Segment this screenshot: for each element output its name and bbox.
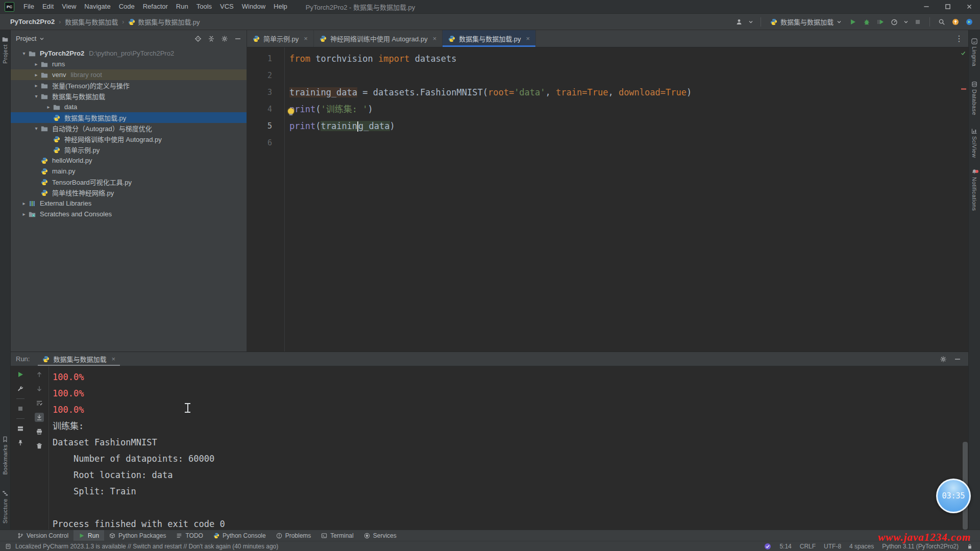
tree-item[interactable]: ▸Scratches and Consoles — [11, 209, 247, 219]
tab-close-icon[interactable]: × — [526, 35, 530, 42]
hide-panel-icon[interactable] — [234, 35, 241, 42]
run-config-selector[interactable]: 数据集与数据加载 — [768, 16, 844, 28]
toolwindow-button-services[interactable]: Services — [359, 530, 402, 541]
status-message[interactable]: Localized PyCharm 2023.1.3 is available … — [15, 543, 278, 550]
stripe-bookmarks-button[interactable]: Bookmarks — [0, 436, 10, 475]
editor-body[interactable]: 123456 from torchvision import datasetst… — [247, 47, 968, 352]
editor-gutter: 123456 — [247, 47, 285, 352]
hide-panel-icon[interactable] — [954, 356, 961, 363]
tree-item[interactable]: 神经网络训练中使用 Autograd.py — [11, 134, 247, 144]
tree-item[interactable]: ▸runs — [11, 59, 247, 69]
intention-bulb-icon[interactable] — [288, 108, 294, 114]
maximize-icon[interactable] — [937, 0, 959, 13]
toolwindow-button-python-console[interactable]: Python Console — [208, 530, 271, 541]
run-with-coverage-button[interactable] — [876, 17, 885, 27]
lock-icon[interactable] — [967, 543, 973, 549]
code-with-me-icon[interactable] — [764, 543, 771, 550]
tree-item[interactable]: TensorBoard可视化工具.py — [11, 177, 247, 187]
status-widget[interactable]: 4 spaces — [849, 543, 874, 550]
tree-item[interactable]: 数据集与数据加载.py — [11, 112, 247, 123]
minimize-icon[interactable] — [916, 0, 937, 13]
console-output[interactable]: 100.0%100.0%100.0%训练集: Dataset FashionMN… — [49, 366, 968, 530]
menu-file[interactable]: File — [19, 0, 38, 13]
code-area[interactable]: from torchvision import datasetstraining… — [285, 47, 968, 352]
soft-wrap-icon[interactable] — [35, 398, 44, 408]
stripe-notifications-button[interactable]: Notifications — [969, 169, 980, 211]
restore-layout-icon[interactable] — [16, 424, 25, 433]
menu-navigate[interactable]: Navigate — [80, 0, 114, 13]
run-button[interactable] — [848, 17, 857, 27]
menu-vcs[interactable]: VCS — [216, 0, 238, 13]
rerun-button[interactable] — [16, 370, 25, 379]
pin-tab-icon[interactable] — [16, 438, 25, 447]
more-tabs-icon[interactable]: ⋮ — [950, 30, 968, 47]
toolwindow-button-version-control[interactable]: Version Control — [12, 530, 74, 541]
tree-item[interactable]: ▸venvlibrary root — [11, 69, 247, 80]
menu-run[interactable]: Run — [172, 0, 192, 13]
tab-close-icon[interactable]: × — [111, 355, 115, 363]
toolwindow-button-problems[interactable]: Problems — [271, 530, 316, 541]
tree-item[interactable]: ▾自动微分（Autograd）与梯度优化 — [11, 123, 247, 134]
tree-item[interactable]: ▸张量(Tensor)的定义与操作 — [11, 80, 247, 91]
toolwindow-button-todo[interactable]: TODO — [171, 530, 208, 541]
status-widget[interactable]: UTF-8 — [824, 543, 841, 550]
menu-refactor[interactable]: Refactor — [139, 0, 172, 13]
stripe-sciview-button[interactable]: SciView — [969, 128, 980, 158]
tree-item[interactable]: ▾PyTorch2Pro2D:\python_pro\PyTorch2Pro2 — [11, 48, 247, 59]
run-toolbar-right — [30, 366, 49, 530]
menu-code[interactable]: Code — [115, 0, 139, 13]
stop-button — [913, 17, 922, 27]
toolwindow-button-python-packages[interactable]: Python Packages — [104, 530, 171, 541]
collapse-all-icon[interactable] — [208, 35, 215, 42]
tree-item[interactable]: ▸External Libraries — [11, 198, 247, 209]
tree-item[interactable]: ▸data — [11, 102, 247, 112]
scroll-to-end-icon[interactable] — [35, 413, 44, 422]
search-everywhere-icon[interactable] — [937, 17, 946, 27]
menu-help[interactable]: Help — [270, 0, 291, 13]
close-icon[interactable] — [959, 0, 980, 13]
user-icon[interactable] — [734, 17, 744, 27]
toolwindow-button-run[interactable]: Run — [74, 530, 104, 541]
stripe-structure-button[interactable]: Structure — [0, 490, 10, 523]
menu-tools[interactable]: Tools — [192, 0, 216, 13]
stripe-database-button[interactable]: Database — [969, 81, 980, 115]
toolwindow-button-terminal[interactable]: Terminal — [316, 530, 358, 541]
menu-window[interactable]: Window — [238, 0, 270, 13]
event-log-icon[interactable] — [5, 543, 11, 549]
status-widget[interactable]: CRLF — [800, 543, 816, 550]
breadcrumb-item[interactable]: 数据集与数据加载 — [65, 17, 118, 27]
stripe-lingma-button[interactable]: Lingma — [969, 38, 980, 66]
gear-icon[interactable] — [940, 356, 947, 363]
menu-view[interactable]: View — [58, 0, 80, 13]
chevron-down-icon[interactable] — [39, 36, 44, 41]
gear-icon[interactable] — [221, 35, 228, 42]
tab-close-icon[interactable]: × — [433, 35, 437, 42]
editor-tab[interactable]: 简单示例.py× — [247, 30, 314, 47]
menu-edit[interactable]: Edit — [38, 0, 58, 13]
run-settings-icon[interactable] — [16, 384, 25, 393]
tree-item[interactable]: helloWorld.py — [11, 155, 247, 166]
tab-close-icon[interactable]: × — [304, 35, 308, 42]
editor-tab[interactable]: 神经网络训练中使用 Autograd.py× — [314, 30, 443, 47]
locate-file-icon[interactable] — [194, 35, 202, 42]
update-icon[interactable] — [951, 17, 960, 27]
editor-tab[interactable]: 数据集与数据加载.py× — [443, 30, 536, 47]
debug-button[interactable] — [862, 17, 871, 27]
stripe-project-button[interactable]: Project — [0, 36, 10, 64]
clear-all-icon[interactable] — [35, 441, 44, 450]
project-panel-title[interactable]: Project — [16, 35, 36, 42]
assistant-icon[interactable] — [965, 17, 974, 27]
console-line — [53, 499, 968, 516]
tree-item[interactable]: 简单示例.py — [11, 144, 247, 155]
breadcrumb-item[interactable]: 数据集与数据加载.py — [128, 17, 200, 27]
toolbar-divider — [16, 418, 24, 419]
tree-item[interactable]: 简单线性神经网络.py — [11, 187, 247, 198]
status-widget[interactable]: 5:14 — [779, 543, 791, 550]
breadcrumb-item[interactable]: PyTorch2Pro2 — [10, 18, 55, 26]
run-tab[interactable]: 数据集与数据加载 × — [38, 352, 120, 366]
profiler-button[interactable] — [890, 17, 899, 27]
print-icon[interactable] — [35, 427, 44, 436]
code-line: print(training_data) — [289, 118, 968, 135]
tree-item[interactable]: main.py — [11, 166, 247, 177]
tree-item[interactable]: ▾数据集与数据加载 — [11, 91, 247, 102]
